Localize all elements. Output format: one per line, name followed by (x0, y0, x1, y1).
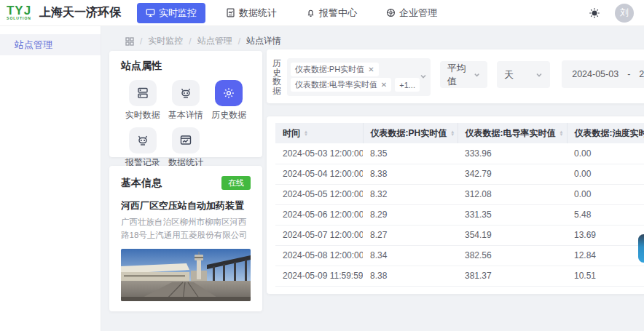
sort-icon[interactable]: ▲▼ (559, 130, 564, 137)
top-navbar: TYJ SOLUTION 上海天一济环保 实时监控 数据统计 报警中心 企业管理 (0, 0, 644, 26)
cell-turbidity: 0.00 (567, 143, 644, 164)
column-header-turbidity: 仪表数据:浊度实时值 (575, 127, 644, 140)
history-data-table-card: 时间 ▲▼ 仪表数据:PH实时值 ▲▼ 仪表数据:电导率实时值 ▲▼ 仪表数据:… (267, 116, 644, 294)
cell-time: 2024-05-05 12:00:00 (275, 184, 363, 204)
card-title: 站点属性 (121, 60, 251, 73)
cell-time: 2024-05-09 11:59:59 (275, 266, 363, 286)
metric-multiselect[interactable]: 仪表数据:PH实时值 ✕ 仪表数据:电导率实时值 ✕ +1... (287, 58, 431, 96)
attr-item-data-statistics[interactable]: 数据统计 (164, 127, 207, 169)
chevron-down-icon (420, 73, 427, 80)
cell-conductivity: 312.08 (458, 184, 567, 204)
cell-conductivity: 381.37 (458, 266, 567, 286)
robot-icon (179, 87, 192, 100)
breadcrumb-item-site-management[interactable]: 站点管理 (197, 35, 232, 47)
table-row[interactable]: 2024-05-04 12:00:00 8.38 342.79 0.00 (275, 164, 644, 184)
site-photo (121, 249, 251, 301)
table-row[interactable]: 2024-05-06 12:00:00 8.29 331.35 5.48 (275, 204, 644, 225)
cell-ph: 8.27 (363, 225, 458, 245)
grid-icon[interactable] (125, 37, 134, 46)
enterprise-icon (386, 8, 396, 17)
bell-icon (306, 8, 315, 17)
aggregate-value: 平均值 (447, 62, 474, 88)
table-row[interactable]: 2024-05-08 12:00:00 8.34 382.56 12.84 (275, 245, 644, 266)
database-icon (136, 87, 149, 100)
cell-turbidity: 5.48 (567, 204, 644, 225)
date-start: 2024-05-03 (572, 69, 619, 79)
column-header-conductivity: 仪表数据:电导率实时值 (466, 127, 556, 140)
main-nav: 实时监控 数据统计 报警中心 企业管理 (137, 3, 446, 23)
interval-value: 天 (504, 68, 514, 81)
tag-label: 仪表数据:PH实时值 (295, 64, 364, 75)
cell-ph: 8.38 (363, 164, 458, 184)
nav-item-realtime-monitor[interactable]: 实时监控 (137, 3, 205, 23)
attr-item-label: 历史数据 (211, 109, 246, 121)
column-header-time: 时间 (283, 127, 300, 140)
cell-conductivity: 354.19 (458, 225, 567, 245)
report-icon (226, 8, 235, 17)
status-badge: 在线 (221, 176, 251, 190)
remove-tag-icon[interactable]: ✕ (381, 81, 387, 89)
logo-text: TYJ (4, 5, 34, 16)
cell-turbidity: 13.69 (567, 225, 644, 245)
tag-label: 仪表数据:电导率实时值 (295, 79, 377, 90)
table-row[interactable]: 2024-05-03 12:00:00 8.35 333.96 0.00 (275, 143, 644, 164)
gear-icon (222, 87, 235, 100)
column-header-ph: 仪表数据:PH实时值 (371, 127, 447, 140)
cell-conductivity: 382.56 (458, 245, 567, 266)
sidebar: 站点管理 (0, 26, 101, 331)
cell-ph: 8.35 (363, 143, 458, 164)
remove-tag-icon[interactable]: ✕ (368, 65, 374, 73)
attr-item-alarm-records[interactable]: 报警记录 (121, 127, 164, 169)
nav-item-label: 企业管理 (399, 7, 437, 20)
cell-time: 2024-05-03 12:00:00 (275, 143, 363, 164)
cell-ph: 8.34 (363, 245, 458, 266)
cell-turbidity: 0.00 (567, 184, 644, 204)
metric-tag: 仪表数据:PH实时值 ✕ (291, 63, 379, 76)
more-tags-chip[interactable]: +1... (395, 78, 420, 92)
chevron-down-icon (474, 71, 480, 79)
nav-item-label: 报警中心 (319, 7, 357, 20)
breadcrumb-separator: / (140, 36, 142, 47)
nav-item-label: 实时监控 (159, 7, 197, 20)
cell-turbidity: 12.84 (567, 245, 644, 266)
cell-ph: 8.32 (363, 184, 458, 204)
basic-info-card: 基本信息 在线 河西厂区空压站自动加药装置 广西壮族自治区柳州市柳南区河西路18… (109, 166, 262, 311)
scroll-handle[interactable] (638, 234, 644, 263)
metric-tag: 仪表数据:电导率实时值 ✕ (291, 78, 391, 92)
nav-item-alarm-center[interactable]: 报警中心 (297, 3, 366, 23)
breadcrumb-item-realtime[interactable]: 实时监控 (148, 35, 183, 47)
site-address: 广西壮族自治区柳州市柳南区河西路18号上汽通用五菱股份有限公司 (121, 216, 251, 242)
date-range-picker[interactable]: 2024-05-03 - 2024-05-09 (562, 60, 644, 88)
card-title: 基本信息 (121, 177, 162, 190)
aggregate-select[interactable]: 平均值 (440, 61, 487, 88)
avatar[interactable]: 刘 (615, 4, 634, 23)
table-row[interactable]: 2024-05-05 12:00:00 8.32 312.08 0.00 (275, 184, 644, 204)
sort-icon[interactable]: ▲▼ (304, 130, 308, 137)
table-row[interactable]: 2024-05-07 12:00:00 8.27 354.19 13.69 (275, 225, 644, 245)
table-row[interactable]: 2024-05-09 11:59:59 8.38 381.37 10.51 (275, 266, 644, 286)
sidebar-item-site-management[interactable]: 站点管理 (0, 34, 101, 55)
logo-subtext: SOLUTION (4, 16, 34, 20)
attr-item-realtime-data[interactable]: 实时数据 (121, 80, 164, 121)
cell-conductivity: 331.35 (458, 204, 567, 225)
app-logo[interactable]: TYJ SOLUTION (4, 5, 34, 20)
chart-window-icon (179, 134, 192, 147)
attr-item-basic-details[interactable]: 基本详情 (164, 80, 207, 121)
interval-select[interactable]: 天 (497, 61, 550, 88)
breadcrumb-item-site-detail: 站点详情 (246, 35, 281, 47)
company-title: 上海天一济环保 (39, 5, 121, 20)
sun-icon[interactable] (589, 7, 600, 19)
nav-item-enterprise-management[interactable]: 企业管理 (377, 3, 446, 23)
breadcrumb-separator: / (189, 36, 191, 47)
attr-item-history-data[interactable]: 历史数据 (208, 80, 251, 121)
navbar-right: 刘 (589, 4, 634, 23)
attribute-grid: 实时数据 基本详情 历史数据 报警记录 (121, 80, 251, 169)
nav-item-data-statistics[interactable]: 数据统计 (217, 3, 286, 23)
nav-item-label: 数据统计 (239, 7, 277, 20)
cell-turbidity: 10.51 (567, 266, 644, 286)
sort-icon[interactable]: ▲▼ (450, 130, 455, 137)
history-filter-card: 历史数据 仪表数据:PH实时值 ✕ 仪表数据:电导率实时值 ✕ +1... 平均… (267, 49, 644, 103)
date-end: 2024-05-09 (639, 69, 644, 79)
cell-ph: 8.38 (363, 266, 458, 286)
cell-ph: 8.29 (363, 204, 458, 225)
